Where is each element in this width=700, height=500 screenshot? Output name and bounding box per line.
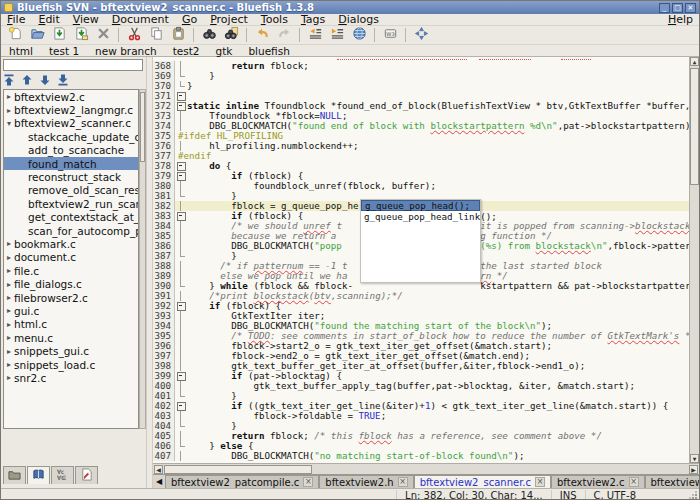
menu-document[interactable]: Document — [112, 13, 169, 26]
tree-item-found-match[interactable]: found_match — [4, 157, 138, 170]
snippets-tab[interactable] — [75, 466, 98, 484]
tree-item-snippets-gui-c[interactable]: ▸snippets_gui.c — [4, 344, 138, 357]
pointer-button[interactable] — [411, 27, 431, 44]
autocomplete-item[interactable]: g_queue_pop_head_link(); — [361, 211, 480, 222]
tree-item-file-dialogs-c[interactable]: ▸file_dialogs.c — [4, 277, 138, 290]
save-button[interactable] — [49, 27, 69, 44]
browser-preview-button[interactable] — [349, 27, 369, 44]
quickbar-tab-test-1[interactable]: test 1 — [49, 45, 79, 57]
quickbar-tab-test2[interactable]: test2 — [173, 45, 200, 57]
expander-open-icon[interactable]: ▾ — [4, 119, 14, 128]
expander-closed-icon[interactable]: ▸ — [4, 280, 14, 289]
menu-edit[interactable]: Edit — [38, 13, 59, 26]
scroll-left-icon[interactable]: ◀ — [154, 465, 163, 474]
tree-item-add-to-scancache[interactable]: add_to_scancache — [4, 144, 138, 157]
menu-view[interactable]: View — [73, 13, 99, 26]
fold-toggle-icon[interactable] — [175, 171, 187, 181]
doc-tab-bftextview2-patcompile-c[interactable]: bftextview2_patcompile.c× — [165, 475, 319, 488]
expander-closed-icon[interactable]: ▸ — [4, 266, 14, 275]
fold-toggle-icon[interactable] — [175, 211, 187, 221]
fold-toggle-icon[interactable] — [175, 401, 187, 411]
charmap-tab[interactable]: ∀c∀∈ — [51, 466, 74, 484]
menu-tools[interactable]: Tools — [261, 13, 288, 26]
expander-closed-icon[interactable]: ▸ — [4, 347, 14, 356]
vscroll-thumb[interactable] — [690, 68, 699, 185]
minimize-button[interactable]: _ — [659, 3, 670, 13]
tree-item-snr2-c[interactable]: ▸snr2.c — [4, 371, 138, 384]
tree-item-menu-c[interactable]: ▸menu.c — [4, 331, 138, 344]
tree-item-html-c[interactable]: ▸html.c — [4, 318, 138, 331]
tree-item-bookmark-c[interactable]: ▸bookmark.c — [4, 237, 138, 250]
tree-item-bftextview2-langmgr-c[interactable]: ▸bftextview2_langmgr.c — [4, 103, 138, 116]
menu-go[interactable]: Go — [182, 13, 197, 26]
fold-toggle-icon[interactable] — [175, 91, 187, 101]
jump-first-icon[interactable] — [3, 74, 15, 89]
tabs-scroll-left-icon[interactable]: ◀ — [153, 475, 165, 488]
doc-tab-bftextview2-scanner-h[interactable]: bftextview2_scanner.h× — [645, 475, 700, 488]
scroll-right-icon[interactable]: ▶ — [689, 465, 698, 474]
bookmarks-tab[interactable] — [27, 466, 50, 484]
code-line-370[interactable]: 370} — [153, 81, 689, 91]
maximize-button[interactable]: □ — [672, 3, 683, 13]
jump-down-icon[interactable] — [39, 74, 51, 89]
autocomplete-item[interactable]: g_queue_pop_head(); — [361, 200, 480, 211]
tree-item-bftextview2-scanner-c[interactable]: ▾bftextview2_scanner.c — [4, 117, 138, 130]
scroll-up-icon[interactable]: ▲ — [690, 57, 699, 66]
pane-splitter[interactable] — [146, 57, 153, 488]
tree-item-remove-old-scan-results[interactable]: remove_old_scan_results — [4, 184, 138, 197]
save-as-button[interactable] — [71, 27, 91, 44]
fold-toggle-icon[interactable] — [175, 161, 187, 171]
code-line-407[interactable]: 407 DBG_BLOCKMATCH("no matching start-of… — [153, 451, 689, 461]
close-button[interactable]: ✕ — [685, 3, 696, 13]
menu-tags[interactable]: Tags — [301, 13, 325, 26]
tree-item-file-c[interactable]: ▸file.c — [4, 264, 138, 277]
editor-hscrollbar[interactable]: ◀ ▶ — [153, 463, 699, 474]
new-file-button[interactable] — [5, 27, 25, 44]
code-line-369[interactable]: 369 } — [153, 71, 689, 81]
tab-close-icon[interactable]: × — [303, 477, 313, 487]
fold-toggle-icon[interactable] — [175, 371, 187, 381]
tree-item-get-contextstack-at[interactable]: get_contextstack_at_ — [4, 211, 138, 224]
resize-grip[interactable] — [689, 491, 697, 499]
code-line-377[interactable]: 377#endif — [153, 151, 689, 161]
sidebar-scrollbar[interactable] — [139, 89, 146, 429]
quickbar-tab-gtk[interactable]: gtk — [216, 45, 233, 57]
expander-closed-icon[interactable]: ▸ — [4, 333, 14, 342]
expander-closed-icon[interactable]: ▸ — [4, 320, 14, 329]
fold-toggle-icon[interactable] — [175, 101, 187, 111]
expander-closed-icon[interactable]: ▸ — [4, 239, 14, 248]
tree-item-bftextview2-run-scanner[interactable]: bftextview2_run_scanner — [4, 197, 138, 210]
menu-file[interactable]: File — [7, 13, 25, 26]
doc-tab-bftextview2-h[interactable]: bftextview2.h× — [319, 475, 413, 488]
redo-button[interactable] — [274, 27, 294, 44]
find-replace-button[interactable] — [221, 27, 241, 44]
tree-item-reconstruct-stack[interactable]: reconstruct_stack — [4, 170, 138, 183]
jump-last-icon[interactable] — [57, 74, 69, 89]
app-icon[interactable] — [4, 3, 13, 12]
tab-close-icon[interactable]: × — [535, 477, 545, 487]
jump-up-icon[interactable] — [21, 74, 33, 89]
expander-closed-icon[interactable]: ▸ — [4, 253, 14, 262]
tree-item-snippets-load-c[interactable]: ▸snippets_load.c — [4, 358, 138, 371]
expander-closed-icon[interactable]: ▸ — [4, 92, 14, 101]
paste-button[interactable] — [168, 27, 188, 44]
code-line-376[interactable]: 376 hl_profiling.numblockend++; — [153, 141, 689, 151]
quickbar-tab-new-branch[interactable]: new branch — [95, 45, 157, 57]
menu-dialogs[interactable]: Dialogs — [338, 13, 379, 26]
menu-help[interactable]: Help — [668, 13, 693, 26]
tab-close-icon[interactable]: × — [398, 477, 408, 487]
copy-button[interactable] — [146, 27, 166, 44]
tree-item-scan-for-autocomp-prefix[interactable]: scan_for_autocomp_prefix — [4, 224, 138, 237]
code-line-368[interactable]: 368 return fblock; — [153, 61, 689, 71]
filebrowser-tab[interactable] — [3, 466, 26, 484]
quickbar-tab-bluefish[interactable]: bluefish — [248, 45, 289, 57]
code-editor[interactable]: 368 return fblock;369 }370}371372static … — [153, 57, 699, 463]
cut-button[interactable] — [124, 27, 144, 44]
menu-project[interactable]: Project — [210, 13, 248, 26]
doc-tab-bftextview2-c[interactable]: bftextview2.c× — [551, 475, 645, 488]
find-button[interactable] — [199, 27, 219, 44]
scroll-down-icon[interactable]: ▼ — [690, 454, 699, 463]
bookmark-filter-input[interactable] — [3, 59, 143, 71]
expander-closed-icon[interactable]: ▸ — [4, 106, 14, 115]
expander-closed-icon[interactable]: ▸ — [4, 360, 14, 369]
